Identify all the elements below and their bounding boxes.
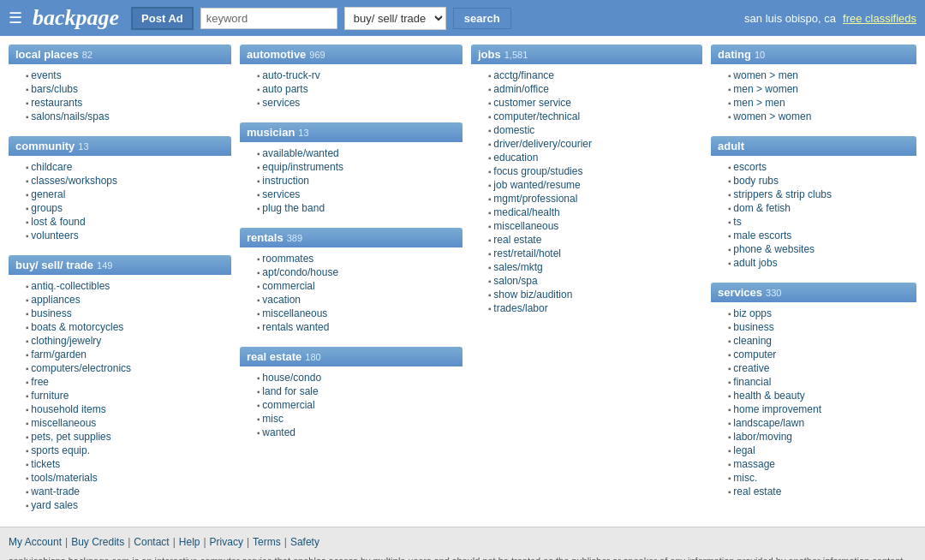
link-ts[interactable]: ts xyxy=(733,216,741,228)
link-misc-re[interactable]: misc xyxy=(262,413,283,425)
link-home-improvement[interactable]: home improvement xyxy=(733,403,821,415)
link-financial[interactable]: financial xyxy=(733,376,771,388)
link-furniture[interactable]: furniture xyxy=(31,390,69,402)
link-free[interactable]: free xyxy=(31,376,49,388)
link-massage[interactable]: massage xyxy=(733,458,775,470)
link-phone-websites[interactable]: phone & websites xyxy=(733,243,815,255)
link-household[interactable]: household items xyxy=(31,403,105,415)
link-sales[interactable]: sales/mktg xyxy=(493,261,542,273)
link-health-beauty[interactable]: health & beauty xyxy=(733,390,804,402)
link-salon[interactable]: salon/spa xyxy=(493,275,537,287)
link-business[interactable]: business xyxy=(31,307,71,319)
link-events[interactable]: events xyxy=(31,69,61,81)
link-clothing[interactable]: clothing/jewelry xyxy=(31,335,101,347)
link-sports[interactable]: sports equip. xyxy=(31,444,90,456)
link-misc-svc[interactable]: misc. xyxy=(733,472,757,484)
link-music-services[interactable]: services xyxy=(262,188,300,200)
link-men-women[interactable]: men > women xyxy=(733,83,798,95)
link-farm[interactable]: farm/garden xyxy=(31,349,87,360)
link-wanted-re[interactable]: wanted xyxy=(262,426,295,438)
link-male-escorts[interactable]: male escorts xyxy=(733,229,791,241)
link-restaurants[interactable]: restaurants xyxy=(31,97,82,109)
link-domestic[interactable]: domestic xyxy=(493,124,534,136)
link-mgmt[interactable]: mgmt/professional xyxy=(493,193,577,205)
link-volunteers[interactable]: volunteers xyxy=(31,229,78,241)
link-biz-opps[interactable]: biz opps xyxy=(733,307,772,319)
post-ad-button[interactable]: Post Ad xyxy=(131,7,194,30)
footer-link-terms[interactable]: Terms xyxy=(253,536,281,548)
link-real-estate-svc[interactable]: real estate xyxy=(733,486,781,497)
link-classes[interactable]: classes/workshops xyxy=(31,175,117,187)
link-groups[interactable]: groups xyxy=(31,202,63,214)
link-job-wanted[interactable]: job wanted/resume xyxy=(493,179,580,191)
link-acctg[interactable]: acctg/finance xyxy=(493,69,554,81)
link-roommates[interactable]: roommates xyxy=(262,253,313,265)
link-creative[interactable]: creative xyxy=(733,362,769,374)
link-auto-parts[interactable]: auto parts xyxy=(262,83,307,95)
footer-link-account[interactable]: My Account xyxy=(9,536,62,548)
link-lost-found[interactable]: lost & found xyxy=(31,216,85,228)
link-house-condo[interactable]: house/condo xyxy=(262,372,321,384)
footer-link-contact[interactable]: Contact xyxy=(134,536,169,548)
link-labor-moving[interactable]: labor/moving xyxy=(733,431,792,443)
link-women-men[interactable]: women > men xyxy=(733,69,798,81)
link-rentals-wanted[interactable]: rentals wanted xyxy=(262,321,329,333)
search-button[interactable]: search xyxy=(453,8,511,29)
link-men-men[interactable]: men > men xyxy=(733,97,785,109)
link-misc-jobs[interactable]: miscellaneous xyxy=(493,220,558,232)
link-real-estate-jobs[interactable]: real estate xyxy=(493,234,541,246)
link-pets[interactable]: pets, pet supplies xyxy=(31,431,110,443)
link-boats[interactable]: boats & motorcycles xyxy=(31,321,123,333)
link-dom-fetish[interactable]: dom & fetish xyxy=(733,202,791,214)
footer-link-safety[interactable]: Safety xyxy=(290,536,319,548)
link-misc-rent[interactable]: miscellaneous xyxy=(262,307,327,319)
link-escorts[interactable]: escorts xyxy=(733,161,767,173)
footer-link-privacy[interactable]: Privacy xyxy=(210,536,243,548)
keyword-input[interactable] xyxy=(200,8,337,29)
link-women-women[interactable]: women > women xyxy=(733,110,811,122)
link-focus-group[interactable]: focus group/studies xyxy=(493,165,582,177)
link-customer-service[interactable]: customer service xyxy=(493,97,571,109)
footer-link-help[interactable]: Help xyxy=(179,536,200,548)
link-appliances[interactable]: appliances xyxy=(31,294,80,306)
link-legal[interactable]: legal xyxy=(733,444,755,456)
link-adult-jobs[interactable]: adult jobs xyxy=(733,257,777,269)
link-medical[interactable]: medical/health xyxy=(493,206,559,218)
link-childcare[interactable]: childcare xyxy=(31,161,72,173)
free-classifieds-link[interactable]: free classifieds xyxy=(843,12,916,25)
link-driver[interactable]: driver/delivery/courier xyxy=(493,138,592,150)
link-show-biz[interactable]: show biz/audition xyxy=(493,289,572,301)
link-commercial-rent[interactable]: commercial xyxy=(262,280,314,292)
link-computer-svc[interactable]: computer xyxy=(733,349,776,360)
link-trades[interactable]: trades/labor xyxy=(493,302,547,314)
link-instruction[interactable]: instruction xyxy=(262,175,309,187)
link-body-rubs[interactable]: body rubs xyxy=(733,175,779,187)
link-land[interactable]: land for sale xyxy=(262,385,318,397)
hamburger-icon[interactable]: ☰ xyxy=(9,9,22,27)
link-tools[interactable]: tools/materials xyxy=(31,472,97,484)
link-landscape[interactable]: landscape/lawn xyxy=(733,417,804,429)
link-auto-truck[interactable]: auto-truck-rv xyxy=(262,69,319,81)
link-computer[interactable]: computer/technical xyxy=(493,110,580,122)
link-salons[interactable]: salons/nails/spas xyxy=(31,110,109,122)
link-cleaning[interactable]: cleaning xyxy=(733,335,772,347)
link-want-trade[interactable]: want-trade xyxy=(31,486,80,497)
category-select[interactable]: buy/ sell/ trade for sale housing jobs s… xyxy=(344,7,446,30)
link-plug-band[interactable]: plug the band xyxy=(262,202,325,214)
link-general[interactable]: general xyxy=(31,188,65,200)
link-computers[interactable]: computers/electronics xyxy=(31,362,131,374)
link-antiq[interactable]: antiq.-collectibles xyxy=(31,280,110,292)
link-misc-bst[interactable]: miscellaneous xyxy=(31,417,96,429)
link-education[interactable]: education xyxy=(493,152,538,164)
link-yard-sales[interactable]: yard sales xyxy=(31,499,78,511)
link-rest-retail[interactable]: rest/retail/hotel xyxy=(493,247,561,259)
link-auto-services[interactable]: services xyxy=(262,97,300,109)
link-apt-condo[interactable]: apt/condo/house xyxy=(262,266,338,278)
link-avail-wanted[interactable]: available/wanted xyxy=(262,147,338,159)
link-bars-clubs[interactable]: bars/clubs xyxy=(31,83,78,95)
link-strippers[interactable]: strippers & strip clubs xyxy=(733,188,832,200)
link-tickets[interactable]: tickets xyxy=(31,458,60,470)
link-business-svc[interactable]: business xyxy=(733,321,773,333)
link-commercial-re[interactable]: commercial xyxy=(262,399,314,411)
link-vacation[interactable]: vacation xyxy=(262,294,301,306)
